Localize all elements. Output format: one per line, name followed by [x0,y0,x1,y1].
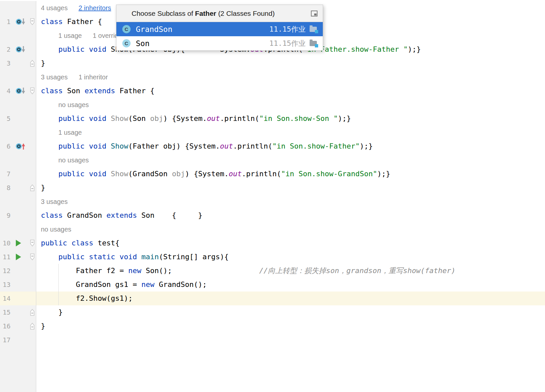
folder-icon [310,27,317,32]
code-line-row: 14 f2.Show(gs1); [0,292,545,305]
fold-start-marker[interactable] [30,18,35,25]
popup-header: Choose Subclass of Father (2 Classes Fou… [116,5,323,22]
usage-hint[interactable]: 1 usage [58,129,82,136]
line-number: 13 [0,278,11,292]
code-line-row: 10public class test{ [0,236,545,250]
popup-item-grandson[interactable]: C GrandSon 11.15作业 [116,22,323,36]
folder-icon [310,41,317,46]
line-number: 11 [0,250,11,264]
code-token: void [119,253,137,261]
run-icon[interactable] [15,239,22,247]
code-token: static [89,253,115,261]
code-token: .println( [242,170,281,178]
fold-start-marker[interactable] [30,253,35,261]
usage-hint[interactable]: 1 usage [58,32,82,39]
code-token [84,45,89,53]
gutter-cell: 4 [0,84,36,98]
code-token: main [141,253,159,261]
overridden-icon[interactable] [15,87,26,95]
inheritors-link[interactable]: 2 inheritors [78,4,111,12]
code-token: Show [111,142,128,150]
overriding-icon[interactable] [15,142,26,151]
code-token: } [41,308,63,316]
line-number: 15 [0,305,11,319]
code-line-row: 5 public void Show(Son obj) {System.out.… [0,112,545,126]
code-token [41,142,58,150]
inlay-hint-row: no usages [0,153,545,167]
popup-title: Choose Subclass of Father (2 Classes Fou… [132,10,275,17]
code-token: (Father obj) {System. [128,142,220,150]
overridden-icon[interactable] [15,45,26,54]
code-token: void [89,170,106,178]
usage-hint[interactable]: 3 usages [41,73,68,81]
code-token: obj [172,170,185,178]
code-text: Father f2 = new Son(); //向上转型：损失掉son，gra… [36,264,545,278]
code-token [41,114,58,123]
class-icon: C [122,39,131,47]
line-number: 2 [0,42,11,56]
line-number: 10 [0,236,11,250]
code-line-row: 12 Father f2 = new Son(); //向上转型：损失掉son，… [0,264,545,278]
line-number: 6 [0,139,11,153]
code-token [67,239,71,247]
usage-hint[interactable]: 4 usages [41,4,68,12]
code-token: Father f2 = [41,266,128,275]
fold-end-marker[interactable] [30,322,35,330]
line-number: 7 [0,167,11,181]
code-token: //向上转型：损失掉son，grandson，重写show(father) [259,266,455,275]
class-name: Son [136,39,150,48]
popup-item-son[interactable]: C Son 11.15作业 [116,36,323,50]
code-text: public void Show(Father obj) {System.out… [36,139,545,153]
code-line-row: 13 GrandSon gs1 = new GrandSon(); [0,278,545,292]
code-text: 3 usages1 inheritor [36,70,545,84]
code-token: GrandSon [63,211,106,219]
class-icon: C [122,25,131,33]
gutter-cell: 7 [0,167,36,181]
line-number: 5 [0,112,11,126]
code-token: public [58,170,84,178]
usage-hint[interactable]: 3 usages [41,198,68,205]
code-text: f2.Show(gs1); [36,292,545,305]
gutter-cell: 8 [0,181,36,195]
fold-start-marker[interactable] [30,239,35,247]
run-icon[interactable] [15,253,22,261]
gutter-cell: 16 [0,319,36,333]
code-token: new [128,266,141,275]
code-token: (String[] args){ [159,253,229,261]
code-text: class GrandSon extends Son { } [36,209,545,222]
code-token: Son { } [137,211,202,219]
code-token: extends [106,211,137,219]
code-token [84,142,89,150]
code-token: void [89,142,106,150]
fold-end-marker[interactable] [30,60,35,67]
code-line-row: 9class GrandSon extends Son { } [0,209,545,222]
usage-hint[interactable]: no usages [58,101,89,108]
fold-end-marker[interactable] [30,309,35,316]
code-token: public [58,114,84,123]
usage-hint[interactable]: no usages [58,156,89,164]
overridden-icon[interactable] [15,17,26,26]
usage-hint[interactable]: no usages [41,226,71,233]
usage-hint[interactable]: 1 inheritor [78,73,108,81]
code-token: Son [63,87,84,95]
editor-rows: 4 usages2 inheritors1class Father { 1 us… [0,1,545,347]
code-token: extends [84,87,115,95]
code-token: Show [111,114,128,123]
code-token: out [229,170,242,178]
code-text: } [36,319,545,333]
code-token: "in Son.show-Son " [259,114,338,123]
fold-end-marker[interactable] [30,184,35,191]
gutter-cell: 6 [0,139,36,153]
fold-start-marker[interactable] [30,87,35,95]
gutter-cell [0,98,36,112]
line-number: 1 [0,15,11,29]
gutter-cell: 17 [0,333,36,347]
gutter-cell: 13 [0,278,36,292]
open-in-window-icon[interactable] [311,11,318,16]
code-text: no usages [36,153,545,167]
gutter-cell: 15 [0,305,36,319]
gutter-cell [0,222,36,236]
indent-spacer [41,128,58,136]
inlay-hint-row: no usages [0,222,545,236]
module-label: 11.15作业 [269,39,318,48]
